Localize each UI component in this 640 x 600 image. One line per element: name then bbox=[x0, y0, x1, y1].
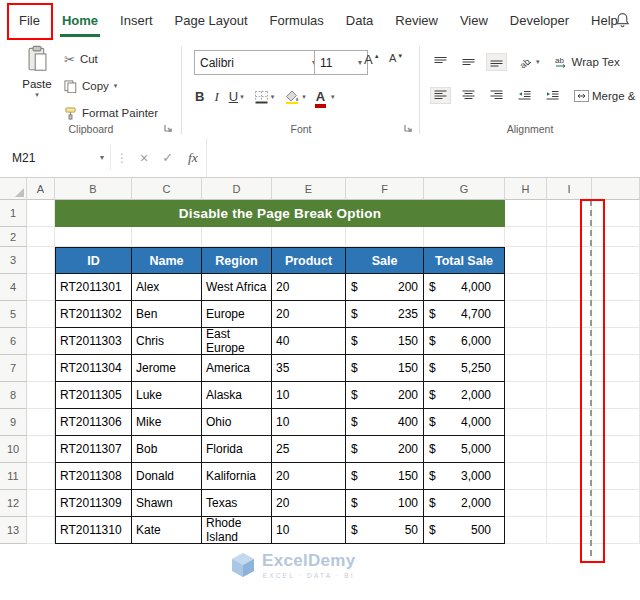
cell-id-B13[interactable]: RT2011310 bbox=[55, 517, 132, 544]
orientation-button[interactable]: ab ▾ bbox=[515, 53, 543, 70]
cell-sale-F9[interactable]: $400 bbox=[346, 409, 424, 436]
cell-product-E8[interactable]: 10 bbox=[272, 382, 346, 409]
borders-dropdown-arrow[interactable]: ▾ bbox=[271, 93, 275, 101]
cell-product-E12[interactable]: 20 bbox=[272, 490, 346, 517]
table-header-total-sale[interactable]: Total Sale bbox=[424, 247, 505, 274]
font-color-dropdown-arrow[interactable]: ▾ bbox=[331, 93, 335, 101]
cut-button[interactable]: ✂ Cut bbox=[64, 49, 158, 69]
cell-sale-F6[interactable]: $150 bbox=[346, 328, 424, 355]
cell-I9[interactable] bbox=[547, 409, 592, 436]
cell-sale-F11[interactable]: $150 bbox=[346, 463, 424, 490]
formula-bar-handle[interactable]: ⋮ bbox=[116, 151, 128, 165]
column-header-overflow[interactable] bbox=[592, 178, 640, 200]
column-header-H[interactable]: H bbox=[505, 178, 547, 200]
cell-H12[interactable] bbox=[505, 490, 547, 517]
cell-H5[interactable] bbox=[505, 301, 547, 328]
cell-A10[interactable] bbox=[27, 436, 55, 463]
cell-D2[interactable] bbox=[202, 227, 272, 247]
fill-color-dropdown-arrow[interactable]: ▾ bbox=[302, 93, 306, 101]
underline-button[interactable]: U▾ bbox=[229, 89, 244, 104]
cell-J2[interactable] bbox=[592, 227, 640, 247]
cell-H6[interactable] bbox=[505, 328, 547, 355]
row-header-7[interactable]: 7 bbox=[0, 355, 27, 382]
copy-button[interactable]: Copy ▾ bbox=[64, 76, 158, 96]
cell-region-D6[interactable]: East Europe bbox=[202, 328, 272, 355]
row-header-5[interactable]: 5 bbox=[0, 301, 27, 328]
cell-name-C6[interactable]: Chris bbox=[132, 328, 202, 355]
align-center-button[interactable] bbox=[459, 88, 478, 103]
cell-H8[interactable] bbox=[505, 382, 547, 409]
font-dialog-launcher-icon[interactable] bbox=[403, 123, 413, 133]
cell-name-C12[interactable]: Shawn bbox=[132, 490, 202, 517]
column-header-F[interactable]: F bbox=[346, 178, 424, 200]
cell-total-G7[interactable]: $5,250 bbox=[424, 355, 505, 382]
cell-product-E6[interactable]: 40 bbox=[272, 328, 346, 355]
tab-page-layout[interactable]: Page Layout bbox=[164, 0, 259, 40]
cell-I13[interactable] bbox=[547, 517, 592, 544]
increase-indent-button[interactable] bbox=[543, 88, 562, 103]
fill-color-button[interactable]: ▾ bbox=[284, 89, 306, 104]
tab-formulas[interactable]: Formulas bbox=[259, 0, 335, 40]
cell-total-G9[interactable]: $4,000 bbox=[424, 409, 505, 436]
wrap-text-button[interactable]: ab Wrap Tex bbox=[552, 54, 623, 70]
cell-H2[interactable] bbox=[505, 227, 547, 247]
borders-button[interactable]: ▾ bbox=[254, 90, 275, 104]
font-color-button[interactable]: A ▾ bbox=[316, 89, 335, 104]
cell-H4[interactable] bbox=[505, 274, 547, 301]
select-all-corner[interactable] bbox=[0, 178, 27, 200]
cell-id-B5[interactable]: RT2011302 bbox=[55, 301, 132, 328]
cell-J8[interactable] bbox=[592, 382, 640, 409]
cell-product-E10[interactable]: 25 bbox=[272, 436, 346, 463]
decrease-font-size-button[interactable]: A▼ bbox=[389, 52, 403, 64]
cell-id-B4[interactable]: RT2011301 bbox=[55, 274, 132, 301]
cell-A4[interactable] bbox=[27, 274, 55, 301]
cell-I1[interactable] bbox=[547, 200, 592, 227]
cell-total-G6[interactable]: $6,000 bbox=[424, 328, 505, 355]
orientation-dropdown-arrow[interactable]: ▾ bbox=[536, 58, 540, 66]
tab-data[interactable]: Data bbox=[335, 0, 384, 40]
cell-A11[interactable] bbox=[27, 463, 55, 490]
tab-developer[interactable]: Developer bbox=[499, 0, 580, 40]
cell-A8[interactable] bbox=[27, 382, 55, 409]
cell-H11[interactable] bbox=[505, 463, 547, 490]
underline-dropdown-arrow[interactable]: ▾ bbox=[240, 93, 244, 101]
align-right-button[interactable] bbox=[487, 88, 506, 103]
table-header-product[interactable]: Product bbox=[272, 247, 346, 274]
cell-product-E11[interactable]: 20 bbox=[272, 463, 346, 490]
cell-J6[interactable] bbox=[592, 328, 640, 355]
column-header-E[interactable]: E bbox=[272, 178, 346, 200]
cell-total-G12[interactable]: $2,000 bbox=[424, 490, 505, 517]
paste-button[interactable]: Paste ▾ bbox=[12, 45, 62, 135]
font-size-dropdown-arrow[interactable]: ▾ bbox=[354, 58, 362, 67]
cell-total-G8[interactable]: $2,000 bbox=[424, 382, 505, 409]
cell-F2[interactable] bbox=[346, 227, 424, 247]
cell-A9[interactable] bbox=[27, 409, 55, 436]
cell-A7[interactable] bbox=[27, 355, 55, 382]
cell-C2[interactable] bbox=[132, 227, 202, 247]
cell-region-D4[interactable]: West Africa bbox=[202, 274, 272, 301]
cell-region-D7[interactable]: America bbox=[202, 355, 272, 382]
cell-region-D13[interactable]: Rhode Island bbox=[202, 517, 272, 544]
cell-A5[interactable] bbox=[27, 301, 55, 328]
cell-sale-F8[interactable]: $200 bbox=[346, 382, 424, 409]
cell-name-C10[interactable]: Bob bbox=[132, 436, 202, 463]
table-header-region[interactable]: Region bbox=[202, 247, 272, 274]
row-header-12[interactable]: 12 bbox=[0, 490, 27, 517]
column-header-C[interactable]: C bbox=[132, 178, 202, 200]
cell-I8[interactable] bbox=[547, 382, 592, 409]
cell-product-E9[interactable]: 10 bbox=[272, 409, 346, 436]
cell-sale-F12[interactable]: $100 bbox=[346, 490, 424, 517]
notification-bell-icon[interactable] bbox=[614, 11, 631, 29]
cell-product-E7[interactable]: 35 bbox=[272, 355, 346, 382]
cell-J11[interactable] bbox=[592, 463, 640, 490]
cell-region-D5[interactable]: Europe bbox=[202, 301, 272, 328]
copy-dropdown-arrow[interactable]: ▾ bbox=[114, 82, 118, 90]
align-left-button[interactable] bbox=[431, 88, 450, 103]
enter-icon[interactable]: ✓ bbox=[162, 150, 173, 165]
paste-dropdown-arrow[interactable]: ▾ bbox=[35, 91, 39, 99]
cell-id-B10[interactable]: RT2011307 bbox=[55, 436, 132, 463]
align-top-button[interactable] bbox=[431, 54, 450, 70]
cell-H7[interactable] bbox=[505, 355, 547, 382]
table-header-id[interactable]: ID bbox=[55, 247, 132, 274]
cell-H1[interactable] bbox=[505, 200, 547, 227]
